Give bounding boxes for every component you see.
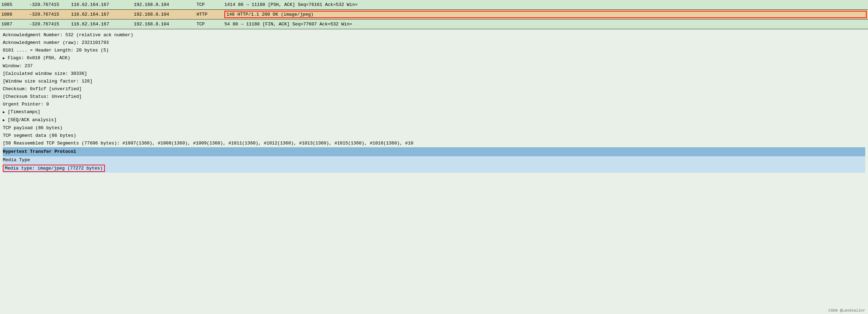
packet-time: -320.767415 [29,12,71,17]
detail-tcp-payload: TCP payload (86 bytes) [3,124,865,132]
watermark: CSDN @Landsailor [828,308,865,313]
packet-info-http: 140 HTTP/1.1 200 OK (image/jpeg) [224,11,867,18]
detail-calc-window: [Calculated window size: 30336] [3,70,865,78]
detail-media-type-value[interactable]: Media type: image/jpeg (77272 bytes) [3,165,105,172]
packet-row-1087[interactable]: 1087 -320.767415 116.62.164.167 192.168.… [0,19,868,29]
detail-tcp-segment: TCP segment data (86 bytes) [3,132,865,140]
detail-ack-raw: Acknowledgment number (raw): 2321101793 [3,39,865,47]
packet-row-1086[interactable]: 1086 -320.767415 116.62.164.167 192.168.… [0,10,868,19]
main-container: 1085 -320.767415 116.62.164.167 192.168.… [0,0,868,314]
packet-proto: TCP [197,22,224,27]
detail-window: Window: 237 [3,62,865,70]
packet-list: 1085 -320.767415 116.62.164.167 192.168.… [0,0,868,29]
detail-ack-number: Acknowledgment Number: 532 (relative ack… [3,31,865,39]
packet-time: -320.767415 [29,2,71,7]
detail-media-type-label[interactable]: Media Type [3,156,865,164]
packet-no: 1087 [1,22,29,27]
detail-pane: Acknowledgment Number: 532 (relative ack… [0,29,868,314]
packet-info: 1414 80 → 11180 [PSH, ACK] Seq=76161 Ack… [224,2,867,7]
detail-window-scaling: [Window size scaling factor: 128] [3,78,865,85]
packet-proto: TCP [197,2,224,7]
detail-timestamps[interactable]: [Timestamps] [3,108,865,116]
packet-dst: 192.168.8.104 [134,12,197,17]
detail-flags[interactable]: Flags: 0x018 (PSH, ACK) [3,54,865,62]
packet-src: 116.62.164.167 [71,2,134,7]
packet-time: -320.767415 [29,22,71,27]
packet-src: 116.62.164.167 [71,22,134,27]
packet-dst: 192.168.8.104 [134,2,197,7]
packet-row-1085[interactable]: 1085 -320.767415 116.62.164.167 192.168.… [0,0,868,10]
packet-src: 116.62.164.167 [71,12,134,17]
detail-http-label[interactable]: Hypertext Transfer Protocol [3,147,865,156]
packet-dst: 192.168.8.104 [134,22,197,27]
detail-media-type-row: Media type: image/jpeg (77272 bytes) [3,164,865,173]
packet-proto: HTTP [197,12,224,17]
reassembled-line: [58 Reassembled TCP Segments (77606 byte… [3,140,865,147]
detail-seq-ack[interactable]: [SEQ/ACK analysis] [3,116,865,124]
packet-no: 1085 [1,2,29,7]
detail-checksum-status: [Checksum Status: Unverified] [3,93,865,101]
detail-checksum: Checksum: 0xf1cf [unverified] [3,85,865,93]
detail-header-length: 0101 .... = Header Length: 20 bytes (5) [3,47,865,54]
packet-info: 54 80 → 11180 [FIN, ACK] Seq=77607 Ack=5… [224,22,867,27]
packet-no: 1086 [1,12,29,17]
detail-urgent: Urgent Pointer: 0 [3,101,865,108]
